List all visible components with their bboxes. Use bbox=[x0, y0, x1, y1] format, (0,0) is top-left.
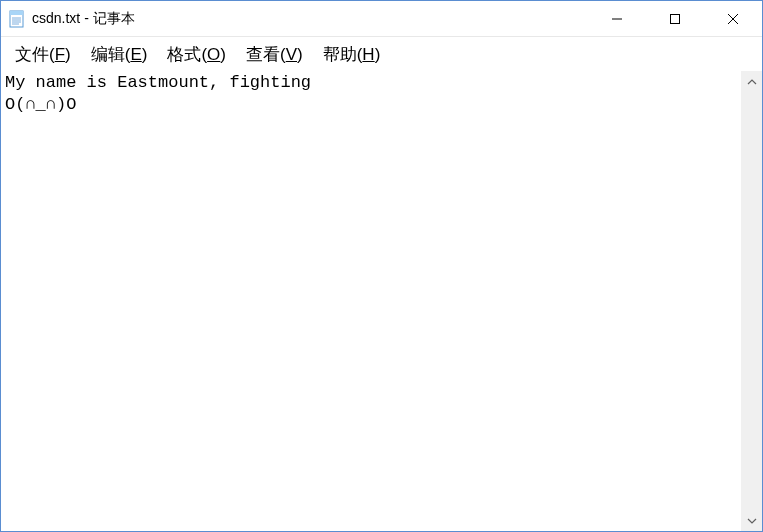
menu-help[interactable]: 帮助(H) bbox=[313, 38, 391, 71]
minimize-button[interactable] bbox=[588, 1, 646, 36]
chevron-down-icon bbox=[747, 516, 757, 526]
close-icon bbox=[727, 13, 739, 25]
vertical-scrollbar[interactable] bbox=[741, 71, 762, 531]
menubar: 文件(F) 编辑(E) 格式(O) 查看(V) 帮助(H) bbox=[1, 37, 762, 71]
maximize-button[interactable] bbox=[646, 1, 704, 36]
svg-rect-1 bbox=[10, 11, 23, 15]
notepad-window: csdn.txt - 记事本 文件(F) 编辑(E) 格式(O bbox=[0, 0, 763, 532]
app-icon bbox=[8, 10, 26, 28]
scroll-down-button[interactable] bbox=[741, 510, 762, 531]
chevron-up-icon bbox=[747, 77, 757, 87]
window-title: csdn.txt - 记事本 bbox=[32, 10, 588, 28]
maximize-icon bbox=[669, 13, 681, 25]
menu-file[interactable]: 文件(F) bbox=[5, 38, 81, 71]
svg-rect-7 bbox=[671, 14, 680, 23]
menu-edit[interactable]: 编辑(E) bbox=[81, 38, 158, 71]
window-controls bbox=[588, 1, 762, 36]
minimize-icon bbox=[611, 13, 623, 25]
close-button[interactable] bbox=[704, 1, 762, 36]
menu-view[interactable]: 查看(V) bbox=[236, 38, 313, 71]
titlebar[interactable]: csdn.txt - 记事本 bbox=[1, 1, 762, 37]
text-editor[interactable]: My name is Eastmount, fighting O(∩_∩)O bbox=[1, 71, 741, 531]
menu-format[interactable]: 格式(O) bbox=[157, 38, 236, 71]
scroll-up-button[interactable] bbox=[741, 71, 762, 92]
content-area: My name is Eastmount, fighting O(∩_∩)O bbox=[1, 71, 762, 531]
